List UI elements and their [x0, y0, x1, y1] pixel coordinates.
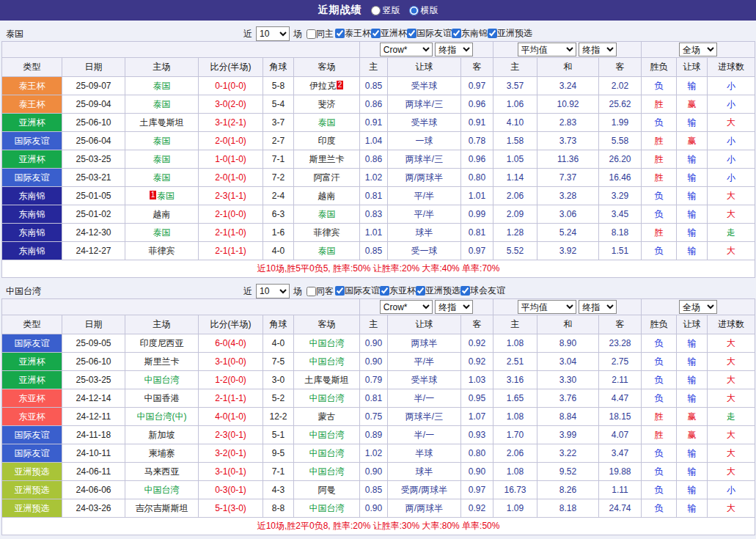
score: 3-2(0-1) — [199, 444, 263, 463]
competition-filter[interactable]: 国际友谊 — [407, 27, 452, 40]
competition-checkbox[interactable] — [371, 29, 381, 38]
odds-final-select[interactable]: 终指 — [435, 300, 473, 314]
home-team: 吉尔吉斯斯坦 — [125, 499, 199, 518]
team-label: 阿曼 — [318, 485, 336, 495]
column-header: 角球 — [263, 58, 294, 77]
vertical-layout-radio[interactable] — [371, 6, 381, 15]
competition-checkbox[interactable] — [335, 29, 345, 38]
match-row: 东南锦24-12-30泰国2-1(1-0)1-6菲律宾1.01球半0.811.2… — [2, 224, 755, 242]
odds-away: 1.07 — [461, 408, 493, 426]
score: 5-1(3-0) — [199, 499, 263, 518]
layout-option-vertical[interactable]: 竖版 — [371, 4, 400, 17]
average-final-select[interactable]: 终指 — [579, 300, 617, 314]
competition-checkbox[interactable] — [452, 29, 461, 38]
same-venue-filter[interactable]: 同客 — [307, 285, 334, 298]
result-outcome: 胜 — [642, 95, 677, 114]
away-team: 印度 — [294, 132, 360, 150]
avg-away: 16.46 — [599, 169, 642, 187]
horizontal-layout-radio[interactable] — [409, 6, 419, 15]
match-date: 25-06-10 — [62, 114, 125, 132]
avg-away: 2.11 — [599, 371, 642, 389]
odds-away: 0.96 — [461, 150, 493, 169]
competition-filter[interactable]: 泰王杯 — [335, 27, 371, 40]
result-goals: 大 — [708, 371, 755, 389]
handicap: 两球半 — [388, 334, 461, 353]
competition-filter[interactable]: 亚洲预选 — [488, 27, 532, 40]
home-team: 柬埔寨 — [125, 444, 199, 463]
avg-home: 2.51 — [493, 353, 537, 371]
competition-checkbox[interactable] — [380, 286, 389, 296]
average-final-select[interactable]: 终指 — [579, 43, 617, 56]
score: 2-1(0-0) — [199, 205, 263, 224]
page-title: 近期战绩 — [318, 4, 362, 17]
home-team: 新加坡 — [125, 426, 199, 444]
competition-filter[interactable]: 国际友谊 — [335, 285, 380, 297]
away-team: 中国台湾 — [294, 499, 360, 518]
match-row: 国际友谊25-06-04泰国2-0(1-0)2-7印度1.04一球0.781.5… — [2, 132, 755, 150]
column-header: 胜负 — [642, 58, 677, 77]
avg-draw: 3.99 — [537, 426, 599, 444]
result-goals: 走 — [708, 224, 755, 242]
avg-home: 4.10 — [493, 114, 537, 132]
match-type-badge: 东亚杯 — [2, 389, 62, 408]
avg-draw: 3.06 — [537, 205, 599, 224]
column-header: 让球 — [388, 58, 461, 77]
average-select[interactable]: 平均值 — [518, 300, 576, 314]
competition-filter[interactable]: 亚洲预选 — [416, 285, 460, 297]
home-team: 泰国 — [125, 77, 199, 95]
competition-checkbox[interactable] — [488, 29, 497, 38]
match-count-select[interactable]: 10 — [256, 284, 290, 298]
competition-filter[interactable]: 东南锦 — [452, 27, 488, 40]
team-label: 泰国 — [153, 136, 171, 146]
avg-away: 1.99 — [599, 114, 642, 132]
odds-final-select[interactable]: 终指 — [435, 43, 473, 56]
score: 3-0(2-0) — [199, 95, 263, 114]
result-goals: 大 — [708, 242, 755, 260]
layout-option-horizontal[interactable]: 横版 — [409, 4, 438, 17]
same-venue-filter[interactable]: 同主 — [307, 28, 334, 40]
team-label: 泰国 — [153, 81, 171, 91]
match-type-badge: 泰王杯 — [2, 95, 62, 114]
competition-checkbox[interactable] — [335, 286, 345, 296]
avg-draw: 3.92 — [537, 242, 599, 260]
fulltime-select[interactable]: 全场 — [679, 300, 717, 314]
competition-checkbox[interactable] — [407, 29, 416, 38]
summary-text: 近10场,胜2平0负8, 胜率:20% 让胜率:30% 大率:80% 单率:50… — [2, 518, 755, 535]
result-goals: 大 — [708, 463, 755, 481]
competition-filter[interactable]: 东亚杯 — [380, 285, 416, 297]
fulltime-select[interactable]: 全场 — [679, 43, 717, 56]
same-venue-checkbox[interactable] — [307, 29, 316, 39]
competition-filter[interactable]: 亚洲杯 — [371, 27, 407, 40]
average-select[interactable]: 平均值 — [518, 43, 576, 56]
match-date: 24-03-26 — [62, 499, 125, 518]
away-team: 阿富汗 — [294, 169, 360, 187]
result-outcome: 胜 — [642, 150, 677, 169]
home-team: 土库曼斯坦 — [125, 114, 199, 132]
result-handicap: 输 — [677, 371, 708, 389]
away-team: 泰国 — [294, 114, 360, 132]
team-label: 土库曼斯坦 — [305, 375, 349, 385]
competition-checkbox[interactable] — [416, 286, 425, 296]
competition-checkbox[interactable] — [460, 286, 470, 296]
team-label: 泰国 — [318, 246, 336, 256]
match-count-select[interactable]: 10 — [256, 26, 290, 41]
odds-company-select[interactable]: Crow* — [380, 43, 433, 56]
odds-home: 0.85 — [360, 77, 388, 95]
avg-away: 2.02 — [599, 77, 642, 95]
column-header: 日期 — [62, 58, 125, 77]
odds-company-select[interactable]: Crow* — [380, 300, 433, 314]
result-outcome: 负 — [642, 205, 677, 224]
corners: 12-2 — [263, 408, 294, 426]
result-goals: 大 — [708, 499, 755, 518]
odds-away: 0.78 — [461, 132, 493, 150]
competition-filter[interactable]: 球会友谊 — [460, 285, 505, 297]
result-handicap: 输 — [677, 389, 708, 408]
score: 2-1(1-1) — [199, 389, 263, 408]
result-goals: 小 — [708, 132, 755, 150]
same-venue-checkbox[interactable] — [307, 287, 316, 296]
result-handicap: 输 — [677, 114, 708, 132]
column-header: 让球 — [388, 315, 461, 334]
match-row: 国际友谊25-03-21泰国2-0(1-0)7-2阿富汗1.02两/两球半0.8… — [2, 169, 755, 187]
handicap: 两球半/三 — [388, 408, 461, 426]
match-row: 东亚杯24-12-11中国台湾(中)4-0(1-0)12-2蒙古0.75两球半/… — [2, 408, 755, 426]
